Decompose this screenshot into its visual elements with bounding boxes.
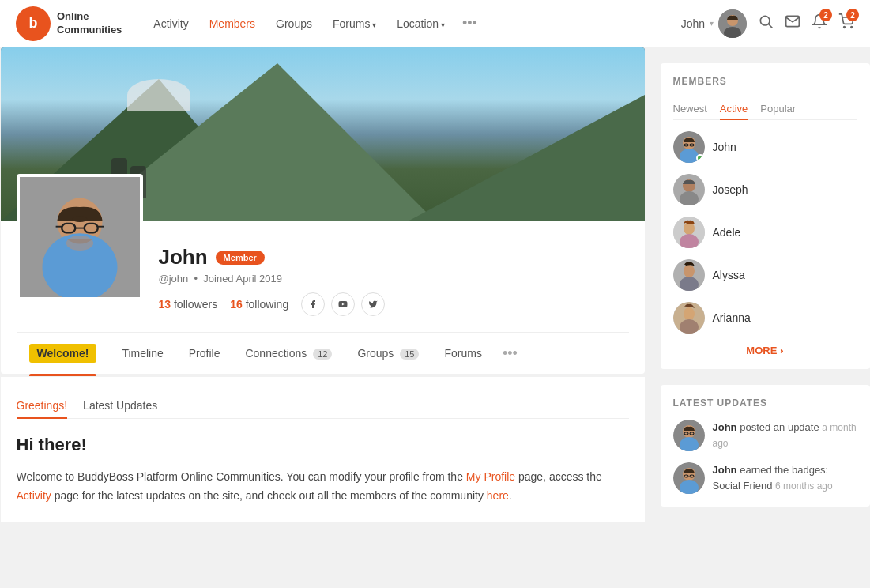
search-icon[interactable] bbox=[758, 13, 774, 33]
tab-welcome[interactable]: Welcome! bbox=[17, 333, 110, 374]
social-links bbox=[301, 292, 385, 316]
welcome-tabs: Greetings! Latest Updates bbox=[17, 393, 629, 419]
nav-location[interactable]: Location bbox=[389, 13, 453, 35]
svg-line-4 bbox=[769, 24, 773, 28]
tab-groups[interactable]: Groups 15 bbox=[345, 336, 431, 371]
member-item-alyssa[interactable]: Alyssa bbox=[673, 259, 857, 291]
member-avatar-arianna bbox=[673, 302, 705, 334]
svg-point-5 bbox=[844, 27, 846, 28]
update-text-0: John posted an update a month ago bbox=[713, 420, 857, 450]
nav-right: John ▾ bbox=[681, 9, 854, 38]
brand-name: Online Communities bbox=[57, 10, 122, 37]
mountain-snow bbox=[127, 79, 190, 111]
svg-point-31 bbox=[684, 265, 695, 277]
profile-name-row: John Member bbox=[159, 245, 386, 270]
page-layout: John Member @john • Joined April 2019 13… bbox=[1, 47, 870, 538]
members-sidebar-section: MEMBERS Newest Active Popular bbox=[661, 63, 870, 369]
groups-badge: 15 bbox=[400, 349, 419, 360]
member-badge: Member bbox=[216, 251, 265, 265]
member-name-alyssa: Alyssa bbox=[713, 269, 745, 281]
member-name-arianna: Arianna bbox=[713, 311, 751, 324]
update-avatar-0 bbox=[673, 420, 705, 451]
activity-link[interactable]: Activity bbox=[17, 489, 51, 502]
member-avatar-alyssa bbox=[673, 259, 705, 291]
tab-forums[interactable]: Forums bbox=[431, 336, 494, 371]
mountain-right bbox=[408, 95, 645, 221]
updates-list: John posted an update a month ago bbox=[673, 420, 857, 494]
update-text-1: John earned the badges: Social Friend 6 … bbox=[713, 462, 857, 493]
member-item-joseph[interactable]: Joseph bbox=[673, 174, 857, 205]
member-filter-tabs: Newest Active Popular bbox=[673, 98, 857, 120]
more-chevron-icon: › bbox=[780, 345, 783, 356]
notifications-icon[interactable]: 2 bbox=[812, 13, 827, 33]
welcome-tab-greetings[interactable]: Greetings! bbox=[17, 393, 68, 418]
member-list: John Joseph bbox=[673, 131, 857, 334]
member-item-adele[interactable]: Adele bbox=[673, 217, 857, 248]
update-avatar-1 bbox=[673, 462, 705, 494]
members-section-title: MEMBERS bbox=[673, 76, 857, 87]
welcome-text: Welcome to BuddyBoss Platform Online Com… bbox=[17, 468, 629, 506]
member-name-joseph: Joseph bbox=[713, 183, 748, 196]
my-profile-link[interactable]: My Profile bbox=[466, 470, 515, 483]
user-name-label: John bbox=[681, 17, 705, 30]
main-content: John Member @john • Joined April 2019 13… bbox=[1, 47, 645, 538]
twitter-icon[interactable] bbox=[361, 292, 385, 316]
top-navigation: b Online Communities Activity Members Gr… bbox=[0, 0, 870, 47]
welcome-heading: Hi there! bbox=[17, 435, 629, 455]
sidebar: MEMBERS Newest Active Popular bbox=[661, 47, 870, 538]
profile-info: John Member @john • Joined April 2019 13… bbox=[159, 237, 386, 316]
svg-point-10 bbox=[72, 216, 87, 222]
tab-connections[interactable]: Connections 12 bbox=[232, 336, 345, 371]
members-tab-newest[interactable]: Newest bbox=[673, 98, 707, 119]
connections-badge: 12 bbox=[313, 349, 332, 360]
profile-tabs: Welcome! Timeline Profile Connections 12… bbox=[17, 332, 629, 374]
cart-badge: 2 bbox=[846, 9, 859, 21]
nav-links: Activity Members Groups Forums Location … bbox=[145, 10, 680, 36]
tab-more-dots[interactable]: ••• bbox=[495, 334, 525, 373]
nav-forums[interactable]: Forums bbox=[325, 13, 384, 35]
update-item-1: John earned the badges: Social Friend 6 … bbox=[673, 462, 857, 494]
member-item-john[interactable]: John bbox=[673, 131, 857, 163]
members-tab-popular[interactable]: Popular bbox=[760, 98, 796, 119]
logo-area[interactable]: b Online Communities bbox=[16, 6, 122, 41]
tab-timeline[interactable]: Timeline bbox=[109, 336, 175, 371]
messages-icon[interactable] bbox=[785, 13, 800, 33]
svg-point-3 bbox=[760, 16, 770, 25]
profile-card: John Member @john • Joined April 2019 13… bbox=[1, 221, 645, 374]
welcome-body: Hi there! Welcome to BuddyBoss Platform … bbox=[17, 435, 629, 506]
nav-more-dots[interactable]: ••• bbox=[458, 10, 482, 36]
member-name-john: John bbox=[713, 141, 736, 153]
members-tab-active[interactable]: Active bbox=[720, 98, 748, 119]
member-name-adele: Adele bbox=[713, 226, 741, 239]
svg-point-34 bbox=[684, 307, 695, 320]
nav-activity[interactable]: Activity bbox=[145, 13, 196, 35]
update-item-0: John posted an update a month ago bbox=[673, 420, 857, 451]
here-link[interactable]: here bbox=[487, 489, 509, 502]
profile-handle: @john • Joined April 2019 bbox=[159, 273, 386, 285]
nav-groups[interactable]: Groups bbox=[268, 13, 320, 35]
cart-icon[interactable]: 2 bbox=[838, 13, 854, 33]
member-avatar-adele bbox=[673, 217, 705, 248]
profile-stats: 13 followers 16 following bbox=[159, 292, 386, 316]
followers-stat[interactable]: 13 followers bbox=[159, 298, 218, 311]
latest-updates-title: LATEST UPDATES bbox=[673, 398, 857, 409]
tab-profile[interactable]: Profile bbox=[176, 336, 233, 371]
members-more-link[interactable]: MORE › bbox=[673, 345, 857, 356]
youtube-icon[interactable] bbox=[331, 292, 355, 316]
following-stat[interactable]: 16 following bbox=[230, 298, 288, 311]
nav-members[interactable]: Members bbox=[201, 13, 263, 35]
welcome-tab-updates[interactable]: Latest Updates bbox=[83, 393, 157, 418]
member-avatar-john bbox=[673, 131, 705, 163]
notifications-badge: 2 bbox=[819, 9, 832, 21]
svg-point-6 bbox=[851, 27, 853, 28]
logo-icon: b bbox=[16, 6, 51, 41]
user-dropdown-arrow: ▾ bbox=[710, 19, 714, 28]
member-avatar-joseph bbox=[673, 174, 705, 205]
facebook-icon[interactable] bbox=[301, 292, 325, 316]
member-item-arianna[interactable]: Arianna bbox=[673, 302, 857, 334]
online-indicator-john bbox=[696, 154, 704, 162]
user-avatar bbox=[718, 9, 747, 38]
user-menu[interactable]: John ▾ bbox=[681, 9, 747, 38]
welcome-section: Greetings! Latest Updates Hi there! Welc… bbox=[1, 377, 645, 522]
profile-name-text: John bbox=[159, 245, 208, 270]
